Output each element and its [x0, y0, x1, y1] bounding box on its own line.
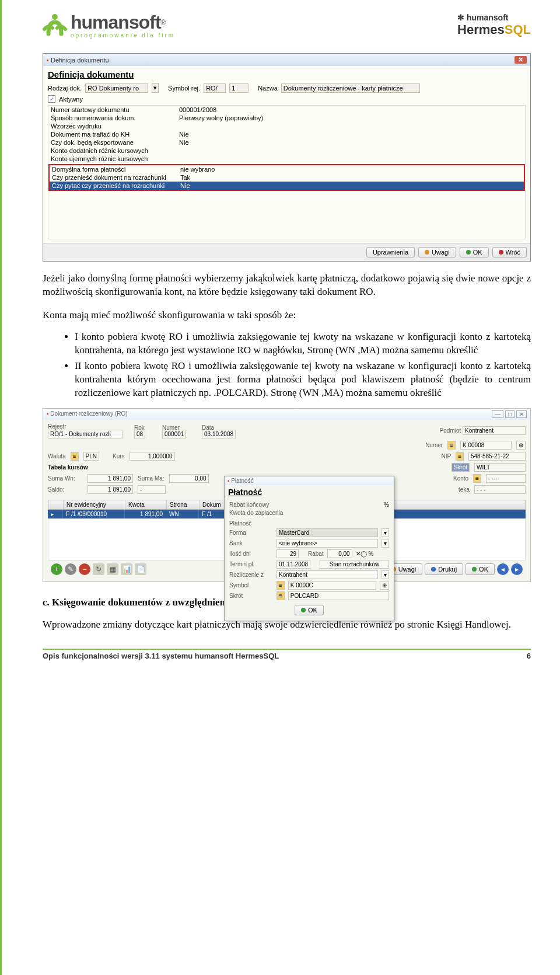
status-button[interactable]: Stan rozrachunków: [320, 560, 389, 569]
footer-text: Opis funkcjonalności wersji 3.11 systemu…: [43, 652, 279, 660]
prev-icon[interactable]: ◂: [497, 563, 509, 575]
header-logos: humansoft® oprogramowanie dla firm ✻ hum…: [43, 12, 531, 39]
symbol-input[interactable]: RO/: [204, 83, 226, 93]
print-button[interactable]: Drukuj: [425, 563, 463, 575]
properties-list: Numer startowy dokumentu000001/2008 Spos…: [48, 105, 526, 239]
active-checkbox[interactable]: ✓: [48, 95, 55, 103]
logo-hermessql: ✻ humansoft HermesSQL: [457, 13, 531, 37]
ok-button[interactable]: OK: [466, 563, 495, 575]
logo-tagline: oprogramowanie dla firm: [71, 32, 175, 39]
page-footer: Opis funkcjonalności wersji 3.11 systemu…: [43, 650, 531, 660]
window-heading: Definicja dokumentu: [48, 69, 526, 79]
logo-humansoft: humansoft® oprogramowanie dla firm: [43, 12, 175, 39]
chart-icon[interactable]: 📊: [121, 563, 132, 575]
window-titlebar: ▪ Definicja dokumentu ✕: [43, 54, 530, 66]
popup-ok-button[interactable]: OK: [295, 605, 324, 615]
highlighted-options: Domyślna forma płatnościnie wybrano Czy …: [48, 164, 525, 191]
logo-icon: [43, 12, 67, 39]
paragraph-1: Jeżeli jako domyślną formę płatności wyb…: [43, 272, 531, 299]
bullet-list: I konto pobiera kwotę RO i umożliwia zak…: [43, 330, 531, 400]
close-icon[interactable]: ✕: [514, 56, 527, 64]
window-settlement-document: ▪ Dokument rozliczeniowy (RO) — □ ✕ Reje…: [43, 408, 531, 582]
delete-icon[interactable]: −: [79, 563, 90, 575]
doc-type-select[interactable]: RO Dokumenty ro: [85, 83, 148, 93]
notes-button[interactable]: Uwagi: [418, 247, 456, 257]
svg-point-0: [52, 14, 58, 20]
logo-text: humansoft: [71, 12, 161, 33]
doc-icon[interactable]: 📄: [135, 563, 146, 575]
refresh-icon[interactable]: ↻: [93, 563, 104, 575]
name-input[interactable]: Dokumenty rozliczeniowe - karty płatnicz…: [281, 83, 420, 93]
back-button[interactable]: Wróć: [492, 247, 527, 257]
paragraph-2: Konta mają mieć możliwość skonfigurowani…: [43, 309, 531, 322]
table-icon[interactable]: ▦: [107, 563, 118, 575]
next-icon[interactable]: ▸: [511, 563, 523, 575]
edit-icon[interactable]: ✎: [65, 563, 76, 575]
add-icon[interactable]: +: [51, 563, 62, 575]
permissions-button[interactable]: Uprawnienia: [366, 247, 415, 257]
payment-popup: ▪ Płatność Płatność Rabat końcowy% Kwota…: [224, 476, 394, 621]
page-number: 6: [527, 652, 531, 660]
window-document-definition: ▪ Definicja dokumentu ✕ Definicja dokume…: [43, 53, 531, 262]
payment-form-select[interactable]: MasterCard: [276, 528, 378, 537]
ok-button[interactable]: OK: [460, 247, 489, 257]
register-select[interactable]: RO/1 - Dokumenty rozli: [48, 430, 123, 438]
bank-select[interactable]: <nie wybrano>: [276, 539, 378, 548]
window-controls[interactable]: — □ ✕: [492, 410, 527, 418]
